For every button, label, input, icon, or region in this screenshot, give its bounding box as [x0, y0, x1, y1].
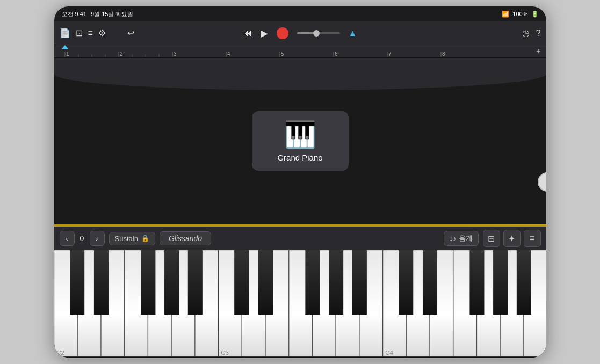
- black-key-Gs3[interactable]: [329, 250, 343, 315]
- svg-text:5: 5: [281, 51, 284, 57]
- metronome-button[interactable]: ▲: [349, 28, 357, 38]
- octave-next-button[interactable]: ›: [90, 231, 105, 246]
- black-key-As4[interactable]: [516, 250, 531, 315]
- status-left: 오전 9:41 9월 15일 화요일: [62, 10, 134, 18]
- note-label-C2: C2: [56, 350, 64, 356]
- piano-icon: 🎹: [284, 122, 316, 148]
- eq-settings-button[interactable]: ⚙: [98, 28, 106, 38]
- octave-prev-button[interactable]: ‹: [60, 231, 75, 246]
- keyboard-controls: ‹ 0 › Sustain 🔒 Glissando ♩♪ 음계 ⊟: [54, 225, 546, 250]
- menu-button[interactable]: ≡: [524, 230, 541, 247]
- menu-icon: ≡: [530, 234, 534, 243]
- glissando-button[interactable]: Glissando: [160, 231, 211, 245]
- toolbar-center: ⏮ ▶ ▲: [243, 27, 357, 39]
- keyboard-view-icon: ⊟: [488, 234, 495, 244]
- record-button[interactable]: [277, 27, 288, 39]
- svg-text:7: 7: [388, 51, 392, 57]
- note-label-C4: C4: [385, 350, 393, 356]
- keyboard-view-button[interactable]: ⊟: [483, 230, 500, 247]
- mixer-button[interactable]: ≡: [88, 28, 93, 38]
- svg-marker-22: [61, 45, 69, 49]
- ruler-add-track[interactable]: +: [536, 47, 540, 55]
- black-key-As3[interactable]: [352, 250, 366, 315]
- track-area: 🎹 Grand Piano: [54, 58, 546, 224]
- black-key-Fs3[interactable]: [305, 250, 320, 315]
- svg-text:1: 1: [66, 51, 69, 57]
- scale-button[interactable]: ♩♪ 음계: [444, 231, 479, 246]
- glissando-label: Glissando: [169, 234, 202, 243]
- scale-text: 음계: [459, 234, 473, 243]
- black-key-Ds3[interactable]: [258, 250, 272, 315]
- svg-text:2: 2: [120, 51, 123, 57]
- volume-knob[interactable]: [313, 30, 320, 37]
- black-key-Ds2[interactable]: [93, 250, 108, 315]
- lock-icon: 🔒: [141, 235, 149, 242]
- wave-top: [54, 58, 546, 90]
- svg-text:4: 4: [227, 51, 230, 57]
- black-key-Cs4[interactable]: [399, 250, 413, 315]
- black-key-As2[interactable]: [187, 250, 202, 315]
- status-right: 📶 100% 🔋: [502, 11, 538, 18]
- time-display: 오전 9:41: [62, 10, 86, 18]
- undo-button[interactable]: ↩: [127, 28, 134, 38]
- play-button[interactable]: ▶: [261, 27, 268, 39]
- help-button[interactable]: ?: [536, 28, 541, 38]
- toolbar: 📄 ⊡ ≡ ⚙ ↩ ⏮ ▶ ▲ ◷ ?: [54, 21, 546, 45]
- piano-keyboard[interactable]: C2 C3 C4: [54, 250, 546, 358]
- octave-nav: ‹ 0 ›: [60, 231, 105, 246]
- black-key-Cs2[interactable]: [70, 250, 84, 315]
- main-area: 🎹 Grand Piano ‹ 0 › Sustain 🔒 Glissando …: [54, 58, 546, 358]
- volume-slider[interactable]: [297, 32, 340, 34]
- svg-text:8: 8: [442, 51, 445, 57]
- toolbar-right: ◷ ?: [357, 28, 540, 38]
- chord-button[interactable]: ✦: [503, 230, 521, 247]
- ipad-frame: 오전 9:41 9월 15일 화요일 📶 100% 🔋 📄 ⊡ ≡ ⚙ ↩ ⏮ …: [53, 5, 547, 359]
- scale-note-icon: ♩♪: [450, 235, 457, 243]
- status-bar: 오전 9:41 9월 15일 화요일 📶 100% 🔋: [54, 6, 546, 21]
- ruler: 1 2 3 4 5 6 7 8 +: [54, 45, 546, 58]
- black-key-Ds4[interactable]: [422, 250, 437, 315]
- tracks-button[interactable]: ⊡: [76, 28, 83, 38]
- instrument-name: Grand Piano: [277, 153, 322, 162]
- chord-icon: ✦: [508, 234, 515, 244]
- octave-number: 0: [77, 234, 88, 243]
- black-key-Fs4[interactable]: [469, 250, 484, 315]
- wifi-icon: 📶: [502, 11, 509, 18]
- svg-text:6: 6: [335, 51, 338, 57]
- ruler-svg: 1 2 3 4 5 6 7 8: [54, 45, 546, 57]
- rewind-button[interactable]: ⏮: [243, 28, 252, 38]
- battery-icon: 🔋: [531, 11, 539, 18]
- clock-button[interactable]: ◷: [522, 28, 530, 38]
- instrument-card[interactable]: 🎹 Grand Piano: [252, 111, 349, 171]
- sustain-button[interactable]: Sustain 🔒: [109, 232, 155, 245]
- new-song-button[interactable]: 📄: [60, 28, 70, 38]
- sustain-label: Sustain: [115, 235, 138, 243]
- svg-text:3: 3: [174, 51, 177, 57]
- black-key-Gs4[interactable]: [493, 250, 508, 315]
- right-icons: ⊟ ✦ ≡: [483, 230, 541, 247]
- black-key-Fs2[interactable]: [141, 250, 155, 315]
- black-key-Cs3[interactable]: [234, 250, 249, 315]
- piano-svg: C2 C3 C4: [54, 250, 546, 358]
- battery-display: 100%: [512, 11, 527, 17]
- date-display: 9월 15일 화요일: [91, 10, 133, 18]
- toolbar-left: 📄 ⊡ ≡ ⚙ ↩: [60, 28, 243, 38]
- black-key-Gs2[interactable]: [164, 250, 179, 315]
- note-label-C3: C3: [221, 350, 229, 356]
